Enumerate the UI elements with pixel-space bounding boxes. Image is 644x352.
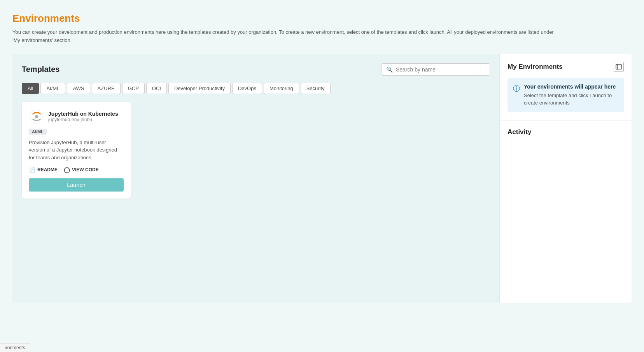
filter-tab-aiml[interactable]: AI/ML (40, 83, 65, 94)
filter-tab-all[interactable]: All (22, 83, 39, 94)
svg-rect-3 (616, 64, 618, 69)
info-icon: ⓘ (513, 84, 520, 93)
search-box[interactable]: 🔍 (381, 63, 490, 76)
notice-subtitle: Select the template and click Launch to … (524, 92, 618, 107)
search-icon: 🔍 (386, 66, 393, 73)
my-environments-section: My Environments ⓘ Your environments will… (500, 54, 632, 112)
svg-rect-2 (616, 64, 621, 69)
filter-tab-security[interactable]: Security (301, 83, 331, 94)
filter-tab-oci[interactable]: OCI (146, 83, 167, 94)
filter-tabs: All AI/ML AWS AZURE GCP OCI Developer Pr… (22, 83, 490, 94)
templates-panel: Templates 🔍 All AI/ML AWS AZURE GCP OCI … (12, 54, 499, 303)
filter-tab-monitoring[interactable]: Monitoring (264, 83, 299, 94)
filter-tab-devops[interactable]: DevOps (232, 83, 262, 94)
card-header: JupyterHub on Kubernetes jupyterhub-env-… (29, 109, 124, 124)
card-description: Provision JupyterHub, a multi-user versi… (29, 139, 124, 162)
view-code-label: VIEW CODE (72, 167, 99, 173)
notice-text-block: Your environments will appear here Selec… (524, 84, 618, 107)
search-input[interactable] (396, 66, 485, 73)
page-description: You can create your development and prod… (12, 28, 557, 45)
expand-icon[interactable] (614, 62, 624, 72)
card-links: 📄 README ◯ VIEW CODE (29, 167, 124, 173)
view-code-link[interactable]: ◯ VIEW CODE (64, 167, 99, 173)
activity-title: Activity (508, 128, 624, 136)
github-icon: ◯ (64, 167, 70, 173)
activity-section: Activity (500, 120, 632, 136)
right-panel: My Environments ⓘ Your environments will… (499, 54, 632, 303)
templates-section-title: Templates (22, 65, 60, 74)
template-card-jupyterhub: JupyterHub on Kubernetes jupyterhub-env-… (22, 102, 131, 199)
card-logo (29, 109, 44, 124)
template-cards: JupyterHub on Kubernetes jupyterhub-env-… (22, 102, 490, 199)
env-notice: ⓘ Your environments will appear here Sel… (508, 78, 624, 112)
filter-tab-developer-productivity[interactable]: Developer Productivity (168, 83, 231, 94)
templates-header: Templates 🔍 (22, 63, 490, 76)
card-title-block: JupyterHub on Kubernetes jupyterhub-env-… (48, 111, 118, 122)
readme-icon: 📄 (29, 167, 35, 173)
my-environments-title: My Environments (508, 63, 563, 71)
notice-title: Your environments will appear here (524, 84, 618, 90)
card-title: JupyterHub on Kubernetes (48, 111, 118, 117)
launch-button[interactable]: Launch (29, 178, 124, 192)
bottom-tab: ironments (0, 343, 30, 352)
readme-link[interactable]: 📄 README (29, 167, 58, 173)
readme-label: README (37, 167, 58, 173)
filter-tab-aws[interactable]: AWS (67, 83, 90, 94)
my-env-header: My Environments (508, 62, 624, 72)
svg-point-1 (35, 115, 38, 118)
filter-tab-gcp[interactable]: GCP (122, 83, 145, 94)
card-subtitle: jupyterhub-env-jhub6 (48, 117, 118, 122)
filter-tab-azure[interactable]: AZURE (92, 83, 121, 94)
card-badge: AI/ML (29, 129, 47, 135)
page-title: Environments (12, 12, 632, 24)
main-layout: Templates 🔍 All AI/ML AWS AZURE GCP OCI … (12, 54, 632, 303)
